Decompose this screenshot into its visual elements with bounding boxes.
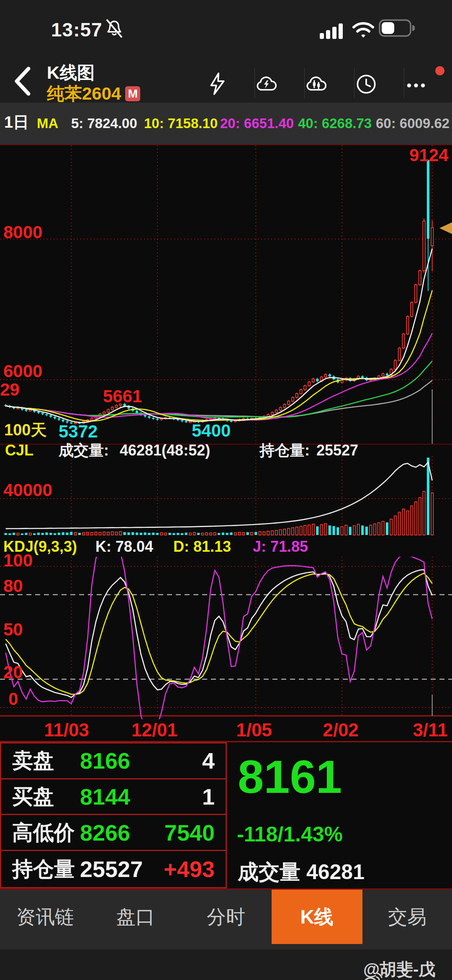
cloud-kline-button[interactable] — [304, 67, 354, 100]
kdj-axis-50: 50 — [3, 621, 23, 638]
bid-label: 买盘 — [12, 783, 54, 811]
tab-intraday[interactable]: 分时 — [207, 890, 245, 944]
clipped-price-label: 29 — [0, 381, 20, 399]
contract-subtitle: 纯苯2604M — [47, 82, 140, 105]
history-button[interactable] — [354, 67, 403, 100]
tab-kline[interactable]: K线 — [300, 890, 333, 944]
volume-value: 46281(48:52) — [120, 443, 210, 458]
kdj-axis-100: 100 — [3, 552, 33, 569]
ask-row: 卖盘 8166 4 — [1, 743, 226, 779]
notification-dot — [435, 66, 444, 75]
ma-legend-row: 1日 MA 5: 7824.00 10: 7158.10 20: 6651.40… — [0, 103, 452, 144]
clock-icon — [354, 72, 378, 96]
oi-value: 25527 — [80, 856, 143, 882]
divider — [304, 68, 305, 98]
ask-size: 4 — [202, 748, 215, 774]
kdj-axis-20: 20 — [3, 664, 23, 681]
ma5-value: 5: 7824.00 — [71, 116, 137, 131]
tab-news[interactable]: 资讯链 — [16, 890, 74, 944]
date-tick: 2/02 — [323, 721, 359, 739]
period-selector[interactable]: 1日 — [4, 115, 29, 129]
cloud-condition-button[interactable] — [254, 67, 304, 100]
high-low-label: 高低价 — [12, 818, 75, 846]
date-tick: 12/01 — [131, 721, 177, 739]
app-screen: 13:57 K线图 纯苯 — [0, 0, 452, 980]
ma-indicator-label[interactable]: MA — [37, 116, 58, 131]
volume-indicator-label[interactable]: CJL — [5, 443, 33, 458]
ma20-value: 20: 6651.40 — [220, 116, 294, 131]
oi-label: 持仓量 — [12, 855, 75, 883]
swing-low-label: 5372 — [59, 423, 98, 440]
axis-6000-label: 6000 — [3, 363, 42, 380]
ma60-value: 60: 6009.62 — [376, 116, 449, 131]
volume-chart[interactable] — [0, 456, 452, 536]
cloud-kline-icon — [304, 72, 329, 96]
high-low-row: 高低价 8266 7540 — [1, 815, 226, 851]
swing-high-label: 5661 — [103, 388, 142, 405]
ma10-value: 10: 7158.10 — [144, 116, 218, 131]
date-tick: 1/05 — [236, 721, 272, 739]
swing-low2-label: 5400 — [192, 422, 231, 440]
cloud-lightning-icon — [254, 72, 279, 96]
bottom-tab-bar: 资讯链 盘口 分时 K线 交易 — [0, 890, 452, 949]
price-change: -118/1.43% — [237, 824, 343, 845]
session-volume: 成交量 46281 — [238, 862, 365, 882]
quote-table: 卖盘 8166 4 买盘 8144 1 高低价 8266 7540 持仓量 25… — [0, 742, 227, 888]
main-candle-chart[interactable] — [0, 145, 452, 444]
bid-size: 1 — [202, 784, 215, 810]
watermark: @胡斐-戊午 — [363, 958, 452, 980]
open-interest-value: 25527 — [316, 443, 358, 458]
lightning-icon — [205, 72, 229, 96]
low-price: 7540 — [164, 820, 215, 846]
flash-order-button[interactable] — [205, 67, 254, 100]
volume-label: 成交量: — [59, 443, 109, 458]
bid-row: 买盘 8144 1 — [1, 779, 226, 815]
bid-price: 8144 — [80, 784, 130, 810]
date-tick: 11/03 — [44, 721, 89, 739]
session-volume-label: 成交量 — [238, 860, 300, 884]
open-interest-row: 持仓量 25527 +493 — [1, 851, 226, 887]
date-tick: 3/11 — [413, 721, 447, 739]
high-price: 8266 — [80, 820, 130, 846]
kdj-d-value: D: 81.13 — [173, 539, 231, 554]
kdj-axis-80: 80 — [3, 577, 23, 595]
ma40-value: 40: 6268.73 — [298, 116, 372, 131]
contract-name: 纯苯2604 — [47, 82, 121, 105]
weibo-icon — [363, 972, 383, 980]
more-button[interactable] — [404, 67, 452, 100]
open-interest-label: 持仓量: — [259, 443, 310, 458]
kdj-j-value: J: 71.85 — [253, 539, 308, 554]
oi-change: +493 — [164, 856, 215, 882]
page-title: K线图 — [47, 61, 95, 85]
price-high-label: 9124 — [409, 147, 448, 164]
divider — [404, 68, 404, 98]
kdj-chart[interactable] — [0, 557, 452, 719]
ma-period-note: 100天 — [4, 422, 46, 438]
kdj-k-value: K: 78.04 — [95, 539, 153, 554]
axis-8000-label: 8000 — [3, 224, 42, 241]
divider — [354, 68, 354, 98]
session-volume-value: 46281 — [306, 860, 365, 884]
tab-order-book[interactable]: 盘口 — [116, 890, 155, 944]
divider — [254, 68, 255, 98]
main-contract-badge: M — [125, 86, 140, 101]
ask-price: 8166 — [80, 748, 130, 774]
tab-trade[interactable]: 交易 — [388, 890, 426, 944]
last-price: 8161 — [238, 754, 342, 800]
ellipsis-icon — [404, 72, 428, 96]
status-time: 13:57 — [51, 18, 103, 41]
ask-label: 卖盘 — [12, 747, 54, 775]
kdj-axis-0: 0 — [8, 690, 18, 708]
